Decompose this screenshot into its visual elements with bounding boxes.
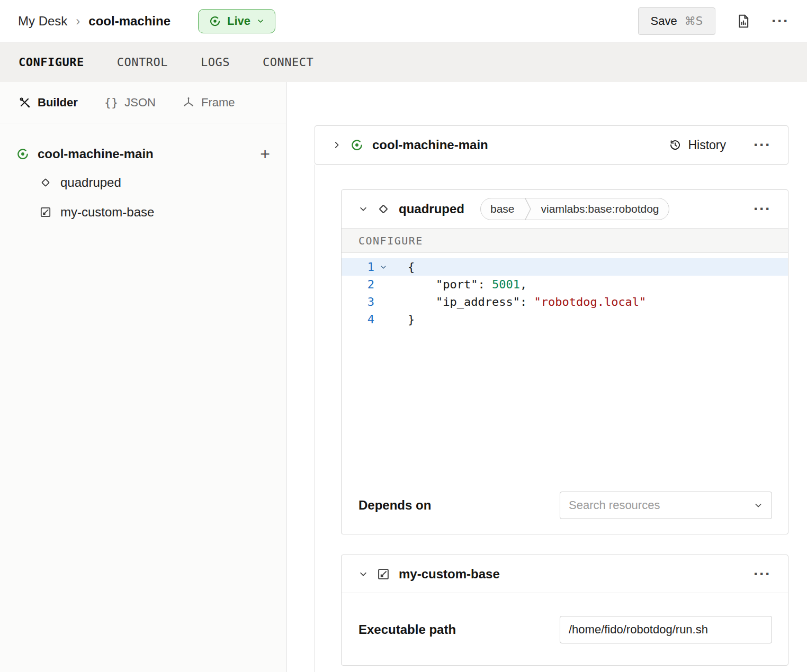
configure-section-header: CONFIGURE (342, 228, 788, 253)
local-module-icon (39, 206, 52, 219)
mode-frame-label: Frame (201, 96, 235, 110)
component-card-title: quadruped (399, 202, 464, 216)
mode-builder-label: Builder (38, 96, 78, 110)
chevron-down-icon[interactable] (358, 204, 368, 214)
quadruped-component-card: quadruped base viamlabs:base:robotdog ··… (341, 189, 788, 534)
mode-builder[interactable]: Builder (19, 96, 78, 110)
mode-json-label: JSON (124, 96, 156, 110)
machine-part-name: cool-machine-main (38, 147, 154, 161)
content-area: Builder {} JSON Frame (0, 82, 807, 672)
tab-configure[interactable]: CONFIGURE (19, 56, 84, 69)
frame-axes-icon (182, 96, 195, 109)
fold-chevron-icon[interactable] (374, 264, 404, 271)
my-custom-base-card: my-custom-base ··· Executable path (341, 555, 788, 666)
braces-icon: {} (104, 96, 119, 109)
save-button-label: Save (651, 14, 677, 28)
live-status-dropdown[interactable]: Live (198, 9, 275, 33)
save-button[interactable]: Save ⌘S (638, 7, 716, 35)
tree-item-my-custom-base[interactable]: my-custom-base (39, 197, 270, 227)
header-actions: Save ⌘S ··· (638, 7, 789, 35)
search-resources-input[interactable] (569, 498, 749, 512)
add-resource-button[interactable]: + (260, 146, 270, 162)
chevron-down-icon[interactable] (358, 569, 368, 579)
mode-json[interactable]: {} JSON (104, 96, 156, 110)
code-line[interactable]: 1 { (342, 258, 788, 276)
tab-connect[interactable]: CONNECT (263, 56, 313, 69)
line-number: 4 (342, 313, 374, 326)
config-json-editor[interactable]: 1 { 2 "port": 5001, (342, 253, 788, 492)
tree-item-machine-part[interactable]: cool-machine-main + (16, 140, 270, 168)
app-header: My Desk › cool-machine Live Save ⌘S ·· (0, 0, 807, 42)
depends-on-label: Depends on (358, 498, 431, 513)
chevron-right-icon[interactable] (332, 140, 342, 150)
chevron-down-icon (256, 17, 265, 25)
live-status-label: Live (227, 14, 250, 28)
resource-tree: cool-machine-main + quadruped (0, 123, 286, 227)
component-type-model-badge: base viamlabs:base:robotdog (480, 198, 669, 220)
config-mode-switcher: Builder {} JSON Frame (0, 82, 286, 123)
mode-frame[interactable]: Frame (182, 96, 235, 110)
machine-part-card: cool-machine-main History ··· (315, 125, 788, 165)
breadcrumb-separator: › (76, 14, 80, 29)
machine-nav-tabs: CONFIGURE CONTROL LOGS CONNECT (0, 42, 807, 82)
module-card-title: my-custom-base (399, 567, 500, 582)
module-settings: Executable path (342, 593, 788, 666)
machine-part-icon (16, 147, 30, 161)
executable-path-label: Executable path (358, 622, 456, 637)
tree-item-quadruped[interactable]: quadruped (39, 168, 270, 197)
component-more-menu[interactable]: ··· (754, 201, 771, 217)
breadcrumb: My Desk › cool-machine (18, 14, 171, 29)
live-broadcast-icon (209, 15, 221, 28)
machine-report-icon[interactable] (736, 13, 751, 29)
tools-icon (19, 96, 31, 109)
component-type: base (481, 198, 524, 220)
config-sidebar: Builder {} JSON Frame (0, 82, 286, 672)
header-more-menu[interactable]: ··· (772, 13, 789, 29)
component-diamond-icon (39, 176, 52, 189)
machine-part-more-menu[interactable]: ··· (754, 137, 771, 153)
depends-on-search-field[interactable] (560, 492, 772, 519)
tab-control[interactable]: CONTROL (117, 56, 168, 69)
line-number: 2 (342, 278, 374, 291)
local-module-icon (376, 567, 390, 581)
component-model: viamlabs:base:robotdog (532, 198, 669, 220)
executable-path-field[interactable] (560, 616, 772, 643)
history-button[interactable]: History (669, 138, 726, 152)
line-number: 1 (342, 260, 374, 274)
code-line[interactable]: 3 "ip_address": "robotdog.local" (342, 293, 788, 311)
depends-on-section: Depends on (342, 492, 788, 534)
breadcrumb-machine-name: cool-machine (88, 14, 171, 29)
code-line[interactable]: 4 } (342, 311, 788, 328)
line-number: 3 (342, 295, 374, 308)
tab-logs[interactable]: LOGS (201, 56, 230, 69)
breadcrumb-parent-link[interactable]: My Desk (18, 14, 67, 29)
chevron-down-icon[interactable] (754, 501, 763, 510)
tree-item-label: my-custom-base (60, 205, 154, 220)
badge-separator (524, 198, 532, 220)
machine-part-card-title: cool-machine-main (372, 138, 488, 152)
machine-part-icon (350, 138, 364, 152)
config-main-panel: cool-machine-main History ··· (286, 82, 807, 672)
tree-item-label: quadruped (60, 175, 121, 190)
history-label: History (688, 138, 726, 152)
code-line[interactable]: 2 "port": 5001, (342, 276, 788, 293)
hierarchy-connector-line (315, 165, 315, 672)
save-shortcut-hint: ⌘S (685, 15, 703, 28)
executable-path-input[interactable] (569, 623, 763, 637)
module-more-menu[interactable]: ··· (754, 566, 771, 582)
component-diamond-icon (376, 202, 390, 216)
